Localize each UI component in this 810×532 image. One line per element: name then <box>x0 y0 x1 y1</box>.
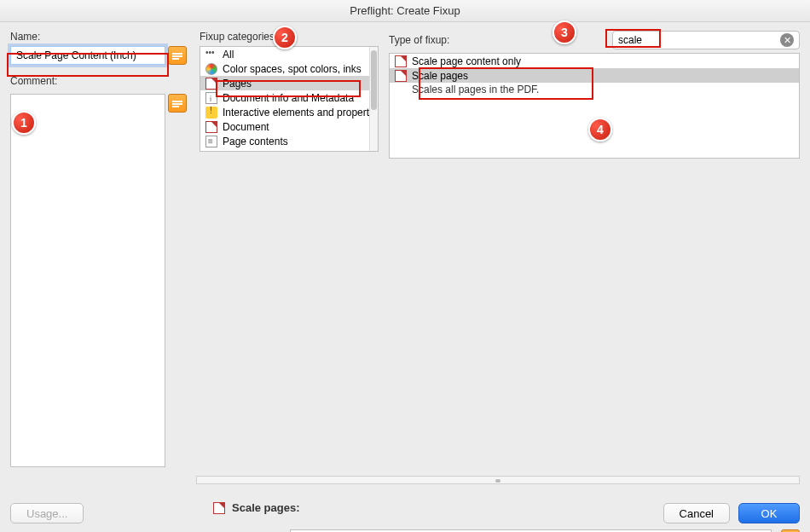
name-input[interactable] <box>10 46 165 65</box>
fixup-description: Scales all pages in the PDF. <box>390 83 799 97</box>
fixup-item-scale-pages[interactable]: Scale pages <box>390 68 799 83</box>
fixup-item-content-only[interactable]: Scale page content only <box>390 54 799 68</box>
callout-1: 1 <box>12 111 36 135</box>
page-icon <box>205 136 217 147</box>
name-variable-button[interactable] <box>168 46 187 65</box>
search-input[interactable] <box>618 34 780 46</box>
comment-variable-button[interactable] <box>168 94 187 113</box>
category-interactive[interactable]: Interactive elements and properties <box>200 105 369 119</box>
name-label: Name: <box>10 31 189 43</box>
callout-4: 4 <box>588 118 612 142</box>
comment-textarea[interactable] <box>10 94 165 467</box>
color-icon <box>205 63 217 75</box>
category-color[interactable]: Color spaces, spot colors, inks <box>200 61 369 76</box>
all-icon <box>205 49 217 61</box>
cancel-button[interactable]: Cancel <box>663 503 730 523</box>
categories-list[interactable]: All Color spaces, spot colors, inks Page… <box>200 46 379 152</box>
category-document[interactable]: Document <box>200 119 369 134</box>
pdf-icon <box>395 70 407 82</box>
pdf-icon <box>205 78 217 90</box>
category-pages[interactable]: Pages <box>200 76 369 90</box>
usage-button[interactable]: Usage... <box>10 503 84 523</box>
category-pagecontents[interactable]: Page contents <box>200 134 369 148</box>
fixup-list[interactable]: Scale page content only Scale pages Scal… <box>389 53 800 159</box>
clear-search-icon[interactable]: ✕ <box>780 33 794 47</box>
window-title: Preflight: Create Fixup <box>0 0 810 22</box>
warn-icon <box>205 107 217 119</box>
doc-icon <box>205 92 217 104</box>
pdf-icon <box>395 55 407 67</box>
category-docinfo[interactable]: Document info and Metadata <box>200 90 369 105</box>
comment-label: Comment: <box>10 75 189 87</box>
categories-scrollbar[interactable] <box>369 47 378 151</box>
callout-3: 3 <box>553 20 576 44</box>
callout-2: 2 <box>273 26 297 49</box>
search-box[interactable]: ✕ <box>612 31 800 49</box>
ok-button[interactable]: OK <box>738 503 800 523</box>
pdf-icon <box>205 121 217 133</box>
horizontal-splitter[interactable] <box>196 476 800 484</box>
